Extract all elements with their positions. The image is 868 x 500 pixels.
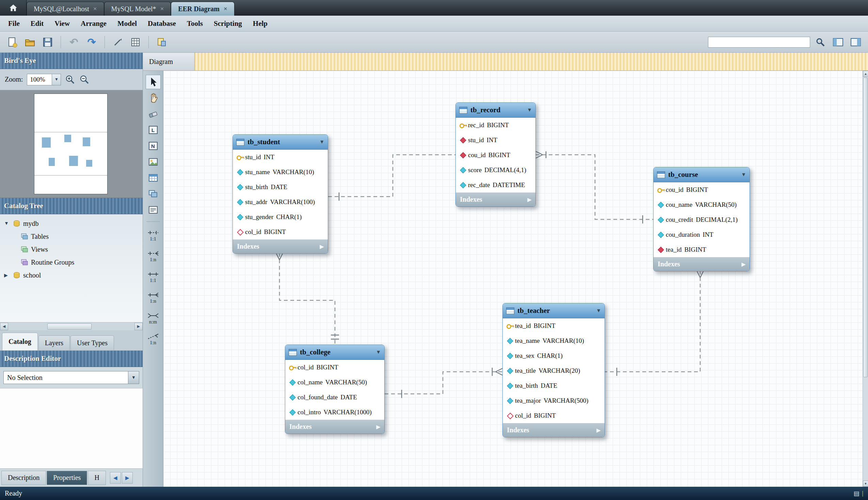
chevron-down-icon[interactable]: ▼	[128, 372, 139, 384]
grid-toggle-button[interactable]	[128, 35, 143, 50]
collapse-arrow-icon[interactable]: ▼	[319, 139, 324, 145]
scroll-up-icon[interactable]: ▲	[863, 71, 868, 77]
scrollbar-thumb[interactable]	[47, 323, 91, 330]
pen-tool-button[interactable]	[110, 35, 125, 50]
indexes-footer[interactable]: Indexes▶	[233, 239, 328, 253]
menu-view[interactable]: View	[49, 19, 75, 28]
column-row[interactable]: cou_idBIGINT	[654, 182, 749, 197]
tab-history[interactable]: H	[88, 471, 105, 485]
zoom-dropdown-arrow-icon[interactable]: ▼	[52, 74, 60, 85]
menu-scripting[interactable]: Scripting	[208, 19, 247, 28]
new-document-button[interactable]	[5, 35, 20, 50]
column-row[interactable]: stu_nameVARCHAR(10)	[233, 164, 328, 180]
column-row[interactable]: col_idBIGINT	[503, 408, 604, 423]
collapse-arrow-icon[interactable]: ▼	[596, 308, 601, 314]
entity-header[interactable]: tb_teacher ▼	[503, 304, 604, 318]
indexes-footer[interactable]: Indexes▶	[285, 420, 384, 434]
rel-tool-n-m[interactable]: n:m	[144, 309, 162, 328]
column-row[interactable]: cou_nameVARCHAR(50)	[654, 197, 749, 212]
tree-node-mydb[interactable]: ▼ mydb	[0, 217, 143, 230]
column-row[interactable]: rec_idBIGINT	[456, 118, 535, 133]
close-tab-icon[interactable]: ×	[93, 5, 97, 13]
column-row[interactable]: col_idBIGINT	[233, 225, 328, 239]
expand-arrow-icon[interactable]: ▶	[597, 427, 600, 433]
column-row[interactable]: tea_idBIGINT	[503, 318, 604, 333]
routine-group-tool[interactable]	[146, 203, 161, 217]
column-row[interactable]: stu_birthDATE	[233, 180, 328, 195]
open-model-button[interactable]	[22, 35, 37, 50]
expand-arrow-icon[interactable]: ▶	[742, 261, 745, 268]
entity-header[interactable]: tb_course ▼	[654, 167, 749, 182]
tab-diagram[interactable]: Diagram	[143, 53, 195, 70]
rel-tool-existing-columns[interactable]: 1:n	[144, 330, 162, 349]
rel-tool-1-1-identifying[interactable]: 1:1	[144, 268, 162, 287]
tree-node-school[interactable]: ▶ school	[0, 269, 143, 282]
image-tool[interactable]	[146, 155, 161, 169]
entity-tb-student[interactable]: tb_student ▼ stu_idINT stu_nameVARCHAR(1…	[233, 134, 328, 254]
note-tool[interactable]: N	[146, 139, 161, 153]
entity-header[interactable]: tb_student ▼	[233, 135, 328, 150]
expand-arrow-icon[interactable]: ▶	[527, 196, 531, 203]
search-button[interactable]	[813, 35, 828, 50]
tree-node-routine-groups[interactable]: Routine Groups	[0, 256, 143, 269]
tab-eer-diagram[interactable]: EER Diagram ×	[171, 2, 235, 16]
scrollbar-thumb[interactable]	[863, 78, 868, 377]
zoom-select[interactable]: 100% ▼	[27, 74, 61, 86]
cursor-tool[interactable]	[146, 75, 161, 89]
rel-tool-1-n-nonidentifying[interactable]: 1:n	[144, 247, 162, 266]
undo-button[interactable]: ↶	[66, 35, 81, 50]
column-row[interactable]: cou_idBIGINT	[456, 148, 535, 162]
column-row[interactable]: col_introVARCHAR(1000)	[285, 405, 384, 420]
collapse-arrow-icon[interactable]: ▼	[741, 172, 746, 178]
column-row[interactable]: rec_dateDATETIME	[456, 178, 535, 193]
tab-scroll-left-button[interactable]: ◀	[110, 472, 121, 484]
entity-tb-record[interactable]: tb_record ▼ rec_idBIGINT stu_idINT cou_i…	[455, 102, 536, 207]
entity-tb-college[interactable]: tb_college ▼ col_idBIGINT col_nameVARCHA…	[285, 344, 385, 434]
canvas-vertical-scrollbar[interactable]: ▲ ▼	[863, 71, 868, 487]
collapse-expander-icon[interactable]: ▼	[4, 221, 10, 226]
tab-properties[interactable]: Properties	[47, 471, 87, 485]
expand-expander-icon[interactable]: ▶	[4, 272, 10, 278]
column-row[interactable]: stu_addrVARCHAR(100)	[233, 195, 328, 209]
view-tool[interactable]	[146, 187, 161, 201]
rel-tool-1-1-nonidentifying[interactable]: 1:1	[144, 226, 162, 245]
selection-dropdown[interactable]: No Selection ▼	[3, 371, 139, 384]
description-editor-body[interactable]	[0, 388, 143, 468]
tab-user-types[interactable]: User Types	[70, 336, 114, 350]
close-tab-icon[interactable]: ×	[160, 5, 164, 13]
column-row[interactable]: tea_titleVARCHAR(20)	[503, 363, 604, 378]
entity-header[interactable]: tb_record ▼	[456, 103, 535, 118]
home-button[interactable]	[0, 0, 26, 16]
scroll-down-icon[interactable]: ▼	[863, 481, 868, 487]
tab-mysql-model[interactable]: MySQL Model* ×	[104, 2, 171, 16]
column-row[interactable]: tea_nameVARCHAR(10)	[503, 333, 604, 348]
table-tool[interactable]	[146, 171, 161, 185]
column-row[interactable]: stu_idINT	[233, 150, 328, 164]
column-row[interactable]: cou_durationINT	[654, 227, 749, 242]
tab-catalog[interactable]: Catalog	[2, 333, 38, 350]
zoom-in-button[interactable]	[65, 75, 75, 85]
save-model-button[interactable]	[40, 35, 55, 50]
entity-tb-teacher[interactable]: tb_teacher ▼ tea_idBIGINT tea_nameVARCHA…	[502, 303, 605, 438]
collapse-arrow-icon[interactable]: ▼	[527, 107, 532, 113]
menu-model[interactable]: Model	[112, 19, 142, 28]
redo-button[interactable]: ↷	[84, 35, 99, 50]
birds-eye-preview[interactable]	[0, 90, 143, 198]
scroll-right-icon[interactable]: ▶	[134, 323, 143, 330]
column-row[interactable]: cou_creditDECIMAL(2,1)	[654, 212, 749, 227]
eraser-tool[interactable]	[146, 107, 161, 121]
tab-mysql-localhost[interactable]: MySQL@Localhost ×	[26, 2, 104, 16]
column-row[interactable]: tea_idBIGINT	[654, 242, 749, 257]
column-row[interactable]: scoreDECIMAL(4,1)	[456, 162, 535, 178]
column-row[interactable]: tea_majorVARCHAR(500)	[503, 393, 604, 408]
indexes-footer[interactable]: Indexes▶	[654, 257, 749, 271]
rel-tool-1-n-identifying[interactable]: 1:n	[144, 288, 162, 307]
zoom-out-button[interactable]	[79, 75, 90, 85]
column-row[interactable]: col_idBIGINT	[285, 360, 384, 375]
new-diagram-button[interactable]	[154, 35, 169, 50]
entity-header[interactable]: tb_college ▼	[285, 345, 384, 360]
menu-arrange[interactable]: Arrange	[75, 19, 112, 28]
indexes-footer[interactable]: Indexes▶	[456, 193, 535, 206]
tab-scroll-right-button[interactable]: ▶	[122, 472, 133, 484]
catalog-horizontal-scrollbar[interactable]: ◀ ▶	[0, 322, 143, 330]
